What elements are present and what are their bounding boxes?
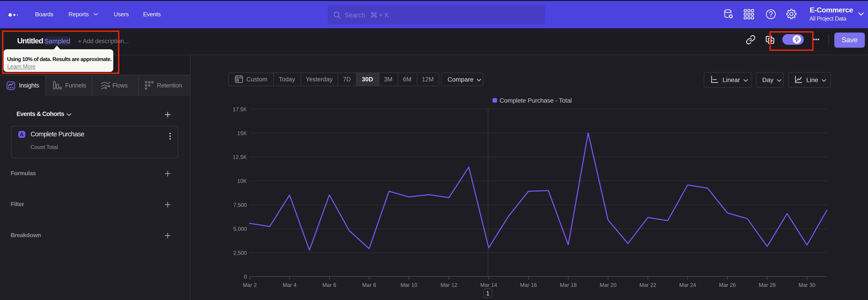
- svg-text:15K: 15K: [237, 130, 247, 136]
- svg-text:7,500: 7,500: [233, 202, 247, 208]
- svg-text:Mar 16: Mar 16: [520, 282, 537, 288]
- svg-text:0: 0: [244, 274, 247, 280]
- svg-text:Mar 28: Mar 28: [759, 282, 776, 288]
- svg-text:17.5K: 17.5K: [232, 106, 247, 112]
- svg-text:Mar 22: Mar 22: [640, 282, 656, 288]
- svg-text:Mar 8: Mar 8: [362, 282, 376, 288]
- svg-text:Mar 26: Mar 26: [719, 282, 736, 288]
- svg-text:Mar 2: Mar 2: [243, 282, 256, 288]
- svg-text:Mar 18: Mar 18: [560, 282, 577, 288]
- svg-text:Mar 6: Mar 6: [322, 282, 336, 288]
- svg-text:Mar 14: Mar 14: [480, 282, 497, 288]
- svg-text:Mar 30: Mar 30: [799, 282, 815, 288]
- svg-text:Mar 4: Mar 4: [283, 282, 296, 288]
- svg-text:2,500: 2,500: [233, 250, 247, 256]
- svg-text:Mar 12: Mar 12: [440, 282, 458, 288]
- svg-text:Mar 24: Mar 24: [679, 282, 696, 288]
- svg-text:5,000: 5,000: [233, 226, 247, 232]
- svg-text:10K: 10K: [237, 178, 247, 184]
- svg-text:Mar 20: Mar 20: [600, 282, 617, 288]
- svg-text:12.5K: 12.5K: [232, 154, 247, 160]
- svg-text:Mar 10: Mar 10: [401, 282, 417, 288]
